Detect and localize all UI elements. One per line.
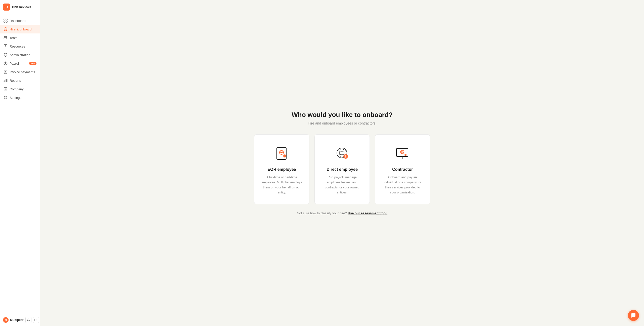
svg-rect-20 <box>5 80 6 82</box>
sidebar-label-resources: Resources <box>10 45 25 48</box>
svg-point-8 <box>6 36 7 37</box>
multiplier-logo-icon: M <box>3 317 9 323</box>
logout-icon <box>34 318 37 321</box>
svg-text:M: M <box>5 319 7 321</box>
sidebar-item-team[interactable]: Team <box>0 33 40 42</box>
svg-point-30 <box>5 97 6 98</box>
sidebar-item-invoice-payments[interactable]: Invoice payments <box>0 68 40 76</box>
sidebar-item-administration[interactable]: Administration <box>0 51 40 59</box>
sidebar-label-administration: Administration <box>10 53 30 57</box>
sidebar-item-settings[interactable]: Settings <box>0 93 40 102</box>
sidebar-label-payroll: Payroll <box>10 62 20 65</box>
dollar-icon <box>4 61 8 65</box>
footer-brand: M Multiplier <box>3 317 23 323</box>
svg-rect-15 <box>4 70 7 74</box>
page-subtitle: Hire and onboard employees or contractor… <box>247 121 438 125</box>
svg-rect-2 <box>4 21 5 23</box>
svg-rect-22 <box>4 88 7 91</box>
onboard-container: Who would you like to onboard? Hire and … <box>247 111 438 215</box>
sidebar-label-company: Company <box>10 87 24 91</box>
contractor-card-desc: Onboard and pay an individual or a compa… <box>382 175 423 195</box>
people-icon <box>4 36 8 40</box>
assessment-link[interactable]: Use our assessment tool. <box>348 211 387 215</box>
contractor-icon <box>394 145 411 162</box>
sidebar-label-settings: Settings <box>10 96 21 100</box>
settings-icon <box>4 96 8 100</box>
book-icon <box>4 44 8 48</box>
sidebar-label-dashboard: Dashboard <box>10 19 26 23</box>
card-direct-employee[interactable]: $ Direct employee Run payroll, manage em… <box>314 134 370 204</box>
globe-icon <box>4 27 8 31</box>
direct-employee-icon: $ <box>333 145 351 162</box>
contractor-card-title: Contractor <box>392 167 413 172</box>
page-title: Who would you like to onboard? <box>247 111 438 119</box>
card-eor-employee[interactable]: EOR employee A full-time or part-time em… <box>254 134 309 204</box>
footer-actions <box>25 317 39 323</box>
svg-rect-21 <box>7 79 7 82</box>
sidebar-label-reports: Reports <box>10 79 21 83</box>
svg-point-49 <box>401 151 403 152</box>
sidebar-label-invoice-payments: Invoice payments <box>10 70 35 74</box>
profile-icon <box>27 318 30 321</box>
direct-employee-card-title: Direct employee <box>327 167 358 172</box>
svg-point-50 <box>405 154 407 156</box>
svg-rect-1 <box>6 19 8 20</box>
chat-icon <box>631 313 636 318</box>
sidebar-item-dashboard[interactable]: Dashboard <box>0 16 40 25</box>
company-avatar: SA <box>3 4 10 11</box>
assessment-text: Not sure how to classify your hire? <box>297 211 347 215</box>
company-name: B2B Reviews <box>12 5 31 9</box>
building-icon <box>4 87 8 91</box>
svg-text:$: $ <box>345 155 346 158</box>
cards-row: EOR employee A full-time or part-time em… <box>247 134 438 204</box>
direct-employee-card-desc: Run payroll, manage employee leaves, and… <box>322 175 363 195</box>
eor-icon <box>273 145 291 162</box>
svg-point-7 <box>5 36 6 38</box>
shield-icon <box>4 53 8 57</box>
sidebar-item-company[interactable]: Company <box>0 85 40 93</box>
sidebar-label-hire-onboard: Hire & onboard <box>10 27 31 31</box>
sidebar-item-reports[interactable]: Reports <box>0 76 40 85</box>
svg-point-33 <box>28 319 29 320</box>
sidebar-logo: SA B2B Reviews <box>0 0 40 14</box>
payroll-badge: New <box>29 62 36 65</box>
footer-brand-name: Multiplier <box>10 318 23 322</box>
assessment-row: Not sure how to classify your hire? Use … <box>247 211 438 215</box>
logout-button[interactable] <box>33 317 39 323</box>
eor-card-title: EOR employee <box>268 167 296 172</box>
sidebar-nav: Dashboard Hire & onboard <box>0 14 40 314</box>
svg-point-36 <box>281 151 282 152</box>
svg-rect-19 <box>4 81 5 82</box>
sidebar: SA B2B Reviews Dashboard <box>0 0 40 326</box>
grid-icon <box>4 19 8 23</box>
file-icon <box>4 70 8 74</box>
svg-rect-29 <box>5 90 6 91</box>
chat-button[interactable] <box>628 310 639 321</box>
chart-icon <box>4 78 8 83</box>
svg-rect-3 <box>6 21 8 23</box>
main-content: Who would you like to onboard? Hire and … <box>40 0 644 326</box>
svg-point-39 <box>283 154 286 157</box>
sidebar-footer: M Multiplier <box>0 314 40 326</box>
sidebar-item-resources[interactable]: Resources <box>0 42 40 51</box>
svg-rect-0 <box>4 19 5 20</box>
card-contractor[interactable]: Contractor Onboard and pay an individual… <box>375 134 430 204</box>
sidebar-label-team: Team <box>10 36 18 40</box>
eor-card-desc: A full-time or part-time employee. Multi… <box>261 175 302 195</box>
sidebar-item-hire-onboard[interactable]: Hire & onboard <box>0 25 40 33</box>
sidebar-item-payroll[interactable]: Payroll New <box>0 59 40 68</box>
profile-button[interactable] <box>25 317 31 323</box>
